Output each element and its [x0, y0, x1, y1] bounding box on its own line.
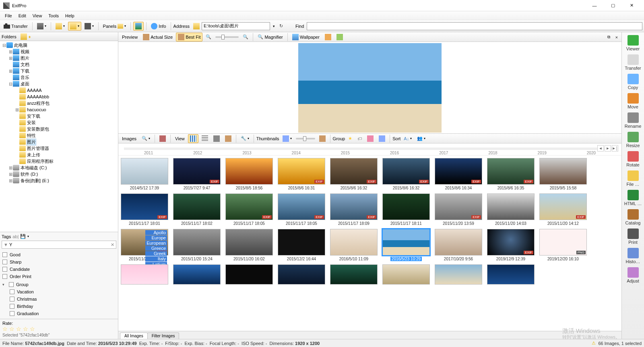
side-tool-rotate[interactable]: Rotate	[623, 150, 643, 168]
preview-label-button[interactable]: Preview	[120, 33, 140, 41]
star-icon[interactable]: ☆	[9, 326, 16, 332]
preview-close-button[interactable]: ⨉	[613, 33, 620, 41]
timeline-end-button[interactable]: ►│	[612, 145, 618, 152]
folder-up-icon[interactable]: ♦	[29, 34, 31, 39]
thumbnail[interactable]	[278, 264, 325, 285]
checkbox[interactable]	[2, 274, 7, 279]
thumbnail[interactable]: EXIF2015/11/17 18:05	[278, 193, 325, 226]
thumbnail[interactable]	[225, 264, 273, 285]
tree-item[interactable]: ⊞图片	[1, 55, 117, 61]
timeline-year[interactable]: 2017	[419, 148, 468, 155]
tag-filter-input[interactable]	[9, 242, 111, 247]
clear-filter-icon[interactable]: ✕	[111, 242, 114, 247]
thumbnail[interactable]: 2015/11/20 16:02	[225, 229, 273, 261]
folder-nav-icon[interactable]	[21, 33, 27, 40]
tree-item[interactable]: AAAAA	[1, 87, 117, 94]
preview-restore-button[interactable]: ⧉	[605, 33, 612, 41]
star-icon[interactable]: ☆	[30, 326, 36, 332]
sort-az-button[interactable]: A↓▾	[402, 135, 414, 142]
tag-edit-icon[interactable]: ab|	[12, 234, 19, 239]
thumbnail-grid[interactable]: 2014/5/12 17:39EXIF2015/7/27 9:472015/8/…	[118, 156, 621, 331]
view-tiles-button[interactable]	[211, 134, 222, 143]
group-checkbox[interactable]	[9, 282, 14, 287]
checkbox[interactable]	[10, 289, 14, 294]
thumbnail[interactable]	[435, 264, 482, 285]
group-date-button[interactable]	[365, 134, 376, 143]
tree-item[interactable]: ⊟桌面	[1, 81, 117, 87]
search-images-button[interactable]: 🔍▾	[140, 135, 152, 142]
star-icon[interactable]: ☆	[16, 326, 23, 332]
address-input[interactable]	[202, 22, 270, 30]
group-star-button[interactable]: ★	[346, 135, 354, 142]
tag-filter-box[interactable]: ▼ ✕	[2, 241, 116, 249]
rating-stars[interactable]: ☆ ☆ ☆ ☆ ☆	[2, 326, 116, 332]
group-folder-button[interactable]	[377, 134, 387, 143]
tag-save-icon[interactable]: 💾	[20, 234, 26, 239]
side-tool-print[interactable]: Print	[623, 227, 643, 246]
thumbnail[interactable]: EXIF2015/8/6 16:31	[278, 158, 325, 190]
checkbox[interactable]	[2, 252, 7, 257]
tab-filter-images[interactable]: Filter Images	[147, 332, 180, 339]
tree-item[interactable]: 安装	[1, 119, 117, 126]
side-tool-move[interactable]: Move	[623, 92, 643, 110]
thumb-large-button[interactable]	[317, 134, 328, 143]
checkbox[interactable]	[2, 260, 7, 264]
timeline-year[interactable]: 2011	[124, 148, 173, 155]
edit-image-button[interactable]	[334, 33, 345, 42]
tab-all-images[interactable]: All Images	[120, 332, 148, 339]
thumbnail[interactable]: PNG2019/12/20 16:10	[539, 229, 587, 261]
thumbnail[interactable]: EXIF2015/11/17 18:05	[225, 193, 273, 226]
thumbnail[interactable]: 2016/5/10 11:09	[330, 229, 378, 261]
side-tool-file[interactable]: File …	[623, 169, 643, 188]
timeline-year[interactable]: 2012	[173, 148, 222, 155]
side-tool-adjust[interactable]: Adjust	[623, 266, 643, 285]
tag-group-item[interactable]: Graduation	[9, 310, 116, 317]
tree-item[interactable]: 安装数据包	[1, 126, 117, 132]
folder-tree[interactable]: ⊟此电脑⊞视频⊞图片文档⊞下载音乐⊟桌面AAAAAAAAAAbbbanzz程序包…	[0, 41, 118, 232]
minimize-button[interactable]: —	[585, 0, 604, 11]
timeline-year[interactable]: 2015	[321, 148, 370, 155]
side-tool-resize[interactable]: Resize	[623, 131, 643, 149]
thumbnail[interactable]: 2014/5/12 17:39	[121, 158, 168, 190]
magnifier-button[interactable]: 🔍Magnifier	[256, 33, 285, 41]
tree-item[interactable]: 文档	[1, 61, 117, 68]
tag-group-item[interactable]: Vacation	[9, 288, 116, 295]
thumbnail[interactable]: 2015/11/20 15:24	[173, 229, 221, 261]
timeline-year[interactable]: 2018	[468, 148, 517, 155]
tree-item[interactable]: ⊟此电脑	[1, 42, 117, 48]
preview-toggle[interactable]	[133, 22, 144, 31]
menu-edit[interactable]: Edit	[15, 12, 29, 19]
thumbnail[interactable]	[173, 264, 221, 285]
thumbnail[interactable]: 2015/9/5 15:58	[539, 158, 587, 190]
menu-view[interactable]: View	[29, 12, 45, 19]
side-tool-histo[interactable]: Histo…	[623, 247, 643, 265]
zoom-out-button[interactable]: 🔍	[241, 33, 250, 41]
tag-item[interactable]: Sharp	[2, 258, 116, 266]
thumbnail[interactable]: EXIFApolloEuropeEuropeanGreeceGreekItaly…	[121, 229, 168, 261]
tree-item[interactable]: 特性	[1, 132, 117, 139]
close-button[interactable]: ✕	[622, 0, 641, 11]
thumbnail[interactable]: 2015/8/5 18:56	[225, 158, 273, 190]
tree-item[interactable]: ⊞下载	[1, 68, 117, 74]
thumbnail[interactable]	[487, 264, 535, 285]
view-preview-button[interactable]	[223, 134, 233, 143]
menu-file[interactable]: File	[2, 12, 15, 19]
star-icon[interactable]: ☆	[23, 326, 29, 332]
tree-item[interactable]: anzz程序包	[1, 100, 117, 106]
thumbnail[interactable]: EXIF2015/11/20 13:59	[435, 193, 482, 226]
best-fit-button[interactable]: Best Fit	[176, 33, 202, 42]
tag-group-item[interactable]: Birthday	[9, 303, 116, 310]
thumbnail[interactable]: 2017/10/20 9:56	[435, 229, 482, 261]
timeline-year[interactable]: 2016	[370, 148, 419, 155]
zoom-in-button[interactable]: 🔍	[204, 33, 213, 41]
transfer-button[interactable]: Transfer	[2, 22, 30, 31]
tree-item[interactable]: ⊞视频	[1, 48, 117, 55]
panels-button[interactable]: Panels ▾	[101, 23, 128, 30]
preview-area[interactable]	[118, 42, 621, 134]
side-tool-transfer[interactable]: Transfer	[623, 53, 643, 72]
thumbnail[interactable]: EXIF2015/11/17 18:01	[121, 193, 168, 226]
tree-item[interactable]: 图片	[1, 139, 117, 145]
checkbox[interactable]	[2, 267, 7, 272]
side-tool-viewer[interactable]: Viewer	[623, 34, 643, 52]
address-folder-icon[interactable]	[192, 22, 200, 30]
